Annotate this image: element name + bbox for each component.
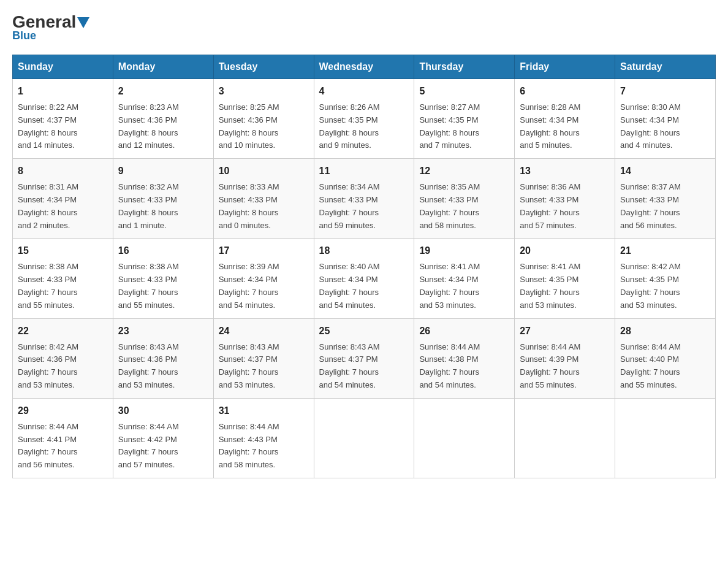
logo-triangle-icon xyxy=(77,17,89,28)
calendar-cell xyxy=(314,398,414,478)
day-number: 9 xyxy=(118,164,208,178)
calendar-cell xyxy=(515,398,615,478)
day-number: 8 xyxy=(18,164,108,178)
calendar-cell: 18Sunrise: 8:40 AM Sunset: 4:34 PM Dayli… xyxy=(314,239,414,318)
calendar-cell: 24Sunrise: 8:43 AM Sunset: 4:37 PM Dayli… xyxy=(213,318,314,398)
day-info: Sunrise: 8:43 AM Sunset: 4:37 PM Dayligh… xyxy=(319,341,409,392)
logo: General Blue xyxy=(12,12,89,42)
day-info: Sunrise: 8:37 AM Sunset: 4:33 PM Dayligh… xyxy=(620,181,710,232)
calendar-week-row: 22Sunrise: 8:42 AM Sunset: 4:36 PM Dayli… xyxy=(13,318,716,398)
header-tuesday: Tuesday xyxy=(213,55,314,79)
day-number: 28 xyxy=(620,324,710,339)
day-info: Sunrise: 8:28 AM Sunset: 4:34 PM Dayligh… xyxy=(520,101,610,152)
calendar-cell: 25Sunrise: 8:43 AM Sunset: 4:37 PM Dayli… xyxy=(314,318,414,398)
calendar-week-row: 8Sunrise: 8:31 AM Sunset: 4:34 PM Daylig… xyxy=(13,159,716,239)
calendar-cell: 1Sunrise: 8:22 AM Sunset: 4:37 PM Daylig… xyxy=(13,79,113,159)
day-info: Sunrise: 8:34 AM Sunset: 4:33 PM Dayligh… xyxy=(319,181,409,232)
day-number: 4 xyxy=(319,84,409,99)
day-info: Sunrise: 8:44 AM Sunset: 4:39 PM Dayligh… xyxy=(520,341,610,392)
day-info: Sunrise: 8:44 AM Sunset: 4:42 PM Dayligh… xyxy=(118,421,208,472)
day-number: 29 xyxy=(18,404,108,418)
calendar-cell: 7Sunrise: 8:30 AM Sunset: 4:34 PM Daylig… xyxy=(615,79,716,159)
day-number: 27 xyxy=(520,324,610,339)
day-number: 13 xyxy=(520,164,610,178)
day-info: Sunrise: 8:40 AM Sunset: 4:34 PM Dayligh… xyxy=(319,261,409,312)
calendar-cell: 2Sunrise: 8:23 AM Sunset: 4:36 PM Daylig… xyxy=(113,79,213,159)
day-number: 24 xyxy=(219,324,309,339)
day-info: Sunrise: 8:26 AM Sunset: 4:35 PM Dayligh… xyxy=(319,101,409,152)
calendar-cell: 31Sunrise: 8:44 AM Sunset: 4:43 PM Dayli… xyxy=(213,398,314,478)
calendar-cell: 26Sunrise: 8:44 AM Sunset: 4:38 PM Dayli… xyxy=(414,318,515,398)
day-number: 2 xyxy=(118,84,208,99)
day-number: 25 xyxy=(319,324,409,339)
day-number: 23 xyxy=(118,324,208,339)
calendar-cell: 6Sunrise: 8:28 AM Sunset: 4:34 PM Daylig… xyxy=(515,79,615,159)
calendar-cell: 3Sunrise: 8:25 AM Sunset: 4:36 PM Daylig… xyxy=(213,79,314,159)
day-number: 15 xyxy=(18,243,108,258)
day-info: Sunrise: 8:42 AM Sunset: 4:36 PM Dayligh… xyxy=(18,341,108,392)
day-info: Sunrise: 8:33 AM Sunset: 4:33 PM Dayligh… xyxy=(219,181,309,232)
day-info: Sunrise: 8:41 AM Sunset: 4:34 PM Dayligh… xyxy=(419,261,509,312)
calendar-cell: 16Sunrise: 8:38 AM Sunset: 4:33 PM Dayli… xyxy=(113,239,213,318)
logo-blue: Blue xyxy=(12,29,36,42)
day-number: 30 xyxy=(118,404,208,418)
calendar-cell: 17Sunrise: 8:39 AM Sunset: 4:34 PM Dayli… xyxy=(213,239,314,318)
calendar-cell: 30Sunrise: 8:44 AM Sunset: 4:42 PM Dayli… xyxy=(113,398,213,478)
day-info: Sunrise: 8:39 AM Sunset: 4:34 PM Dayligh… xyxy=(219,261,309,312)
day-info: Sunrise: 8:43 AM Sunset: 4:37 PM Dayligh… xyxy=(219,341,309,392)
calendar-cell: 13Sunrise: 8:36 AM Sunset: 4:33 PM Dayli… xyxy=(515,159,615,239)
calendar-cell: 5Sunrise: 8:27 AM Sunset: 4:35 PM Daylig… xyxy=(414,79,515,159)
page-header: General Blue xyxy=(12,12,716,42)
calendar-header-row: SundayMondayTuesdayWednesdayThursdayFrid… xyxy=(13,55,716,79)
calendar-cell: 12Sunrise: 8:35 AM Sunset: 4:33 PM Dayli… xyxy=(414,159,515,239)
day-info: Sunrise: 8:41 AM Sunset: 4:35 PM Dayligh… xyxy=(520,261,610,312)
day-number: 16 xyxy=(118,243,208,258)
calendar-week-row: 1Sunrise: 8:22 AM Sunset: 4:37 PM Daylig… xyxy=(13,79,716,159)
day-number: 11 xyxy=(319,164,409,178)
day-info: Sunrise: 8:32 AM Sunset: 4:33 PM Dayligh… xyxy=(118,181,208,232)
day-number: 14 xyxy=(620,164,710,178)
day-info: Sunrise: 8:27 AM Sunset: 4:35 PM Dayligh… xyxy=(419,101,509,152)
calendar-cell: 23Sunrise: 8:43 AM Sunset: 4:36 PM Dayli… xyxy=(113,318,213,398)
day-info: Sunrise: 8:23 AM Sunset: 4:36 PM Dayligh… xyxy=(118,101,208,152)
calendar-cell: 20Sunrise: 8:41 AM Sunset: 4:35 PM Dayli… xyxy=(515,239,615,318)
calendar-cell: 9Sunrise: 8:32 AM Sunset: 4:33 PM Daylig… xyxy=(113,159,213,239)
calendar-cell xyxy=(615,398,716,478)
day-info: Sunrise: 8:38 AM Sunset: 4:33 PM Dayligh… xyxy=(18,261,108,312)
day-info: Sunrise: 8:44 AM Sunset: 4:40 PM Dayligh… xyxy=(620,341,710,392)
day-number: 31 xyxy=(219,404,309,418)
day-info: Sunrise: 8:38 AM Sunset: 4:33 PM Dayligh… xyxy=(118,261,208,312)
day-number: 7 xyxy=(620,84,710,99)
calendar-cell: 19Sunrise: 8:41 AM Sunset: 4:34 PM Dayli… xyxy=(414,239,515,318)
calendar-cell: 10Sunrise: 8:33 AM Sunset: 4:33 PM Dayli… xyxy=(213,159,314,239)
header-friday: Friday xyxy=(515,55,615,79)
day-number: 1 xyxy=(18,84,108,99)
day-info: Sunrise: 8:44 AM Sunset: 4:41 PM Dayligh… xyxy=(18,421,108,472)
calendar-week-row: 29Sunrise: 8:44 AM Sunset: 4:41 PM Dayli… xyxy=(13,398,716,478)
day-number: 21 xyxy=(620,243,710,258)
calendar-cell xyxy=(414,398,515,478)
day-number: 5 xyxy=(419,84,509,99)
day-info: Sunrise: 8:22 AM Sunset: 4:37 PM Dayligh… xyxy=(18,101,108,152)
day-info: Sunrise: 8:44 AM Sunset: 4:43 PM Dayligh… xyxy=(219,421,309,472)
day-info: Sunrise: 8:31 AM Sunset: 4:34 PM Dayligh… xyxy=(18,181,108,232)
header-saturday: Saturday xyxy=(615,55,716,79)
day-number: 22 xyxy=(18,324,108,339)
calendar-cell: 29Sunrise: 8:44 AM Sunset: 4:41 PM Dayli… xyxy=(13,398,113,478)
calendar-cell: 14Sunrise: 8:37 AM Sunset: 4:33 PM Dayli… xyxy=(615,159,716,239)
day-number: 26 xyxy=(419,324,509,339)
day-info: Sunrise: 8:25 AM Sunset: 4:36 PM Dayligh… xyxy=(219,101,309,152)
day-info: Sunrise: 8:44 AM Sunset: 4:38 PM Dayligh… xyxy=(419,341,509,392)
day-info: Sunrise: 8:35 AM Sunset: 4:33 PM Dayligh… xyxy=(419,181,509,232)
day-number: 17 xyxy=(219,243,309,258)
day-number: 3 xyxy=(219,84,309,99)
header-thursday: Thursday xyxy=(414,55,515,79)
day-info: Sunrise: 8:36 AM Sunset: 4:33 PM Dayligh… xyxy=(520,181,610,232)
header-monday: Monday xyxy=(113,55,213,79)
header-sunday: Sunday xyxy=(13,55,113,79)
day-info: Sunrise: 8:30 AM Sunset: 4:34 PM Dayligh… xyxy=(620,101,710,152)
day-number: 20 xyxy=(520,243,610,258)
day-number: 18 xyxy=(319,243,409,258)
day-number: 12 xyxy=(419,164,509,178)
day-info: Sunrise: 8:43 AM Sunset: 4:36 PM Dayligh… xyxy=(118,341,208,392)
